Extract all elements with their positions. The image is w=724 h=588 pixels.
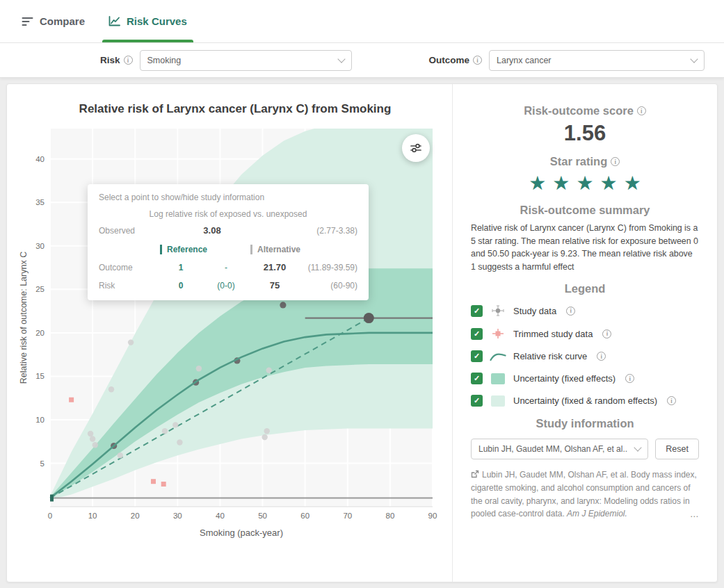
outcome-reference-ci: -: [202, 263, 250, 272]
svg-text:15: 15: [35, 372, 45, 380]
risk-reference-value: 0: [160, 281, 202, 291]
risk-alternative-ci: (60-90): [299, 281, 357, 291]
reset-button[interactable]: Reset: [655, 439, 699, 459]
uncertainty-random-checkbox[interactable]: [471, 395, 483, 407]
alternative-header: Alternative: [250, 245, 357, 254]
risk-outcome-score: 1.56: [471, 121, 699, 146]
svg-text:25: 25: [35, 285, 45, 293]
tooltip-hint: Select a point to show/hide study inform…: [99, 193, 357, 202]
svg-text:30: 30: [173, 512, 182, 520]
filter-bar: Risk Smoking Outcome Larynx cancer: [0, 43, 724, 78]
legend-item-uncertainty-fixed-random: Uncertainty (fixed & random effects): [471, 395, 699, 407]
svg-text:90: 90: [428, 512, 437, 520]
chevron-down-icon: [690, 55, 698, 63]
side-panel: Risk-outcome score 1.56 Star rating ★★★★…: [452, 84, 717, 582]
uncertainty-fixed-checkbox[interactable]: [471, 373, 483, 384]
risk-curve-card: Relative risk of Larynx cancer (Larynx C…: [6, 83, 718, 582]
legend-item-study-data: Study data: [471, 304, 699, 317]
tooltip-subtitle: Log relative risk of exposed vs. unexpos…: [99, 209, 357, 219]
line-chart-icon: [108, 16, 120, 26]
outcome-filter-group: Outcome Larynx cancer: [428, 50, 705, 71]
outcome-alternative-value: 21.70: [250, 262, 299, 272]
risk-outcome-summary: Relative risk of Larynx cancer (Larynx C…: [471, 222, 699, 273]
risk-curve-checkbox[interactable]: [471, 350, 483, 362]
study-info-tooltip: Select a point to show/hide study inform…: [88, 184, 369, 300]
svg-text:10: 10: [88, 512, 97, 520]
star-info-icon[interactable]: [611, 157, 620, 166]
outcome-info-icon[interactable]: [473, 56, 482, 65]
legend-item-trimmed-study-data: Trimmed study data: [471, 327, 699, 340]
score-heading: Risk-outcome score: [471, 104, 699, 117]
study-data-icon: [489, 304, 507, 317]
chart-section: Relative risk of Larynx cancer (Larynx C…: [7, 84, 452, 582]
tab-compare[interactable]: Compare: [11, 0, 95, 42]
svg-text:40: 40: [216, 512, 225, 520]
compare-filter-icon: [22, 17, 33, 26]
risk-row: Risk 0 (0-0) 75 (60-90): [99, 280, 357, 291]
trimmed-data-checkbox[interactable]: [471, 328, 483, 340]
chart-settings-button[interactable]: [402, 134, 430, 162]
legend-heading: Legend: [471, 282, 699, 295]
svg-text:50: 50: [258, 512, 267, 520]
observed-value: 3.08: [160, 225, 264, 236]
tab-risk-curves[interactable]: Risk Curves: [98, 0, 198, 42]
tab-compare-label: Compare: [40, 15, 85, 27]
top-tab-bar: Compare Risk Curves: [0, 0, 724, 43]
observed-row: Observed 3.08 (2.77-3.38): [99, 225, 357, 236]
chart-area: 0102030405060708090510152025303540Smokin…: [18, 123, 440, 540]
trimmed-study-data-icon: [489, 327, 507, 340]
svg-text:40: 40: [35, 155, 45, 163]
uncertainty-fixed-swatch: [489, 373, 507, 384]
legend-item-uncertainty-fixed: Uncertainty (fixed effects): [471, 373, 699, 384]
svg-text:20: 20: [131, 512, 140, 520]
chart-title: Relative risk of Larynx cancer (Larynx C…: [18, 102, 452, 116]
legend-info-icon[interactable]: [625, 374, 634, 383]
main-content: Relative risk of Larynx cancer (Larynx C…: [0, 78, 724, 588]
study-citation: Lubin JH, Gaudet MM, Olshan AF, et al. B…: [471, 468, 699, 525]
star-rating-heading: Star rating: [471, 155, 699, 168]
svg-text:Relative risk of outcome: Lary: Relative risk of outcome: Larynx C: [19, 252, 29, 384]
app: Compare Risk Curves Risk Smoking: [0, 0, 724, 588]
summary-heading: Risk-outcome summary: [471, 204, 699, 217]
study-selection-row: Lubin JH, Gaudet MM, Olshan AF, et al.. …: [471, 439, 699, 459]
risk-info-icon[interactable]: [124, 56, 133, 65]
score-info-icon[interactable]: [637, 106, 646, 115]
legend-info-icon[interactable]: [667, 396, 676, 405]
risk-reference-ci: (0-0): [202, 281, 250, 291]
external-link-icon[interactable]: [471, 470, 479, 478]
legend-item-relative-risk-curve: Relative risk curve: [471, 350, 699, 362]
legend-info-icon[interactable]: [597, 352, 606, 361]
svg-text:0: 0: [48, 512, 52, 520]
uncertainty-fixed-random-swatch: [489, 395, 507, 407]
relative-risk-curve-icon: [489, 352, 507, 361]
study-information-heading: Study information: [471, 417, 699, 430]
legend: Study data Tri: [471, 304, 699, 407]
risk-filter-group: Risk Smoking: [100, 50, 352, 71]
svg-text:20: 20: [35, 329, 45, 337]
svg-text:70: 70: [343, 512, 352, 520]
svg-text:10: 10: [35, 416, 45, 424]
observed-ci: (2.77-3.38): [264, 226, 357, 236]
legend-info-icon[interactable]: [602, 329, 611, 338]
outcome-alternative-ci: (11.89-39.59): [299, 263, 357, 272]
outcome-select[interactable]: Larynx cancer: [489, 50, 705, 71]
risk-alternative-value: 75: [250, 280, 299, 291]
risk-select[interactable]: Smoking: [140, 50, 352, 71]
svg-text:60: 60: [300, 512, 309, 520]
chevron-down-icon: [337, 55, 345, 63]
risk-select-value: Smoking: [147, 56, 182, 65]
chevron-down-icon: [634, 444, 642, 452]
svg-text:35: 35: [35, 198, 45, 206]
outcome-reference-value: 1: [160, 263, 202, 272]
risk-label: Risk: [100, 55, 133, 65]
tab-risk-curves-label: Risk Curves: [127, 15, 187, 27]
outcome-label: Outcome: [428, 55, 482, 65]
citation-journal: Am J Epidemiol.: [567, 509, 627, 518]
citation-more-indicator[interactable]: ⋯: [690, 510, 699, 523]
svg-text:Smoking (pack-year): Smoking (pack-year): [200, 528, 283, 538]
outcome-row: Outcome 1 - 21.70 (11.89-39.59): [99, 262, 357, 272]
study-data-checkbox[interactable]: [471, 305, 483, 317]
sliders-icon: [409, 141, 423, 155]
study-select[interactable]: Lubin JH, Gaudet MM, Olshan AF, et al..: [471, 439, 648, 459]
legend-info-icon[interactable]: [566, 307, 575, 316]
